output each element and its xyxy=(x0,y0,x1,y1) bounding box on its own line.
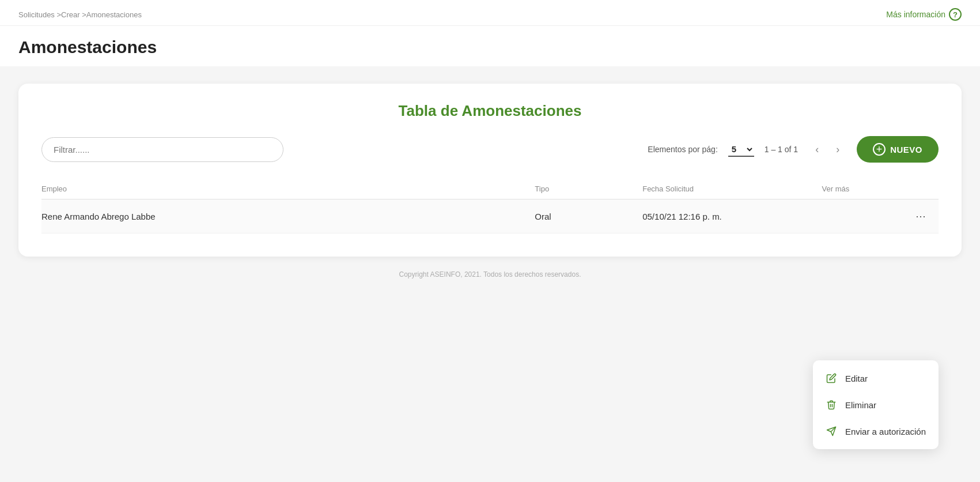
toolbar: Elementos por pág: 5 10 20 50 1 – 1 of 1… xyxy=(41,136,939,163)
col-header-tipo: Tipo xyxy=(535,179,642,199)
prev-page-button[interactable]: ‹ xyxy=(808,141,826,158)
help-icon: ? xyxy=(949,8,962,21)
page-title-area: Amonestaciones xyxy=(0,26,980,66)
col-header-vermore: Ver más xyxy=(822,179,939,199)
card: Tabla de Amonestaciones Elementos por pá… xyxy=(18,84,962,257)
context-menu-edit-label: Editar xyxy=(845,374,868,383)
elementos-label: Elementos por pág: xyxy=(648,145,717,154)
mas-info-label: Más información xyxy=(886,10,945,19)
delete-icon xyxy=(826,399,837,411)
filter-input-wrapper xyxy=(41,137,283,162)
footer-text: Copyright ASEINFO, 2021. Todos los derec… xyxy=(399,270,581,278)
data-table: Empleo Tipo Fecha Solicitud Ver más Rene… xyxy=(41,179,939,234)
nuevo-button[interactable]: + NUEVO xyxy=(857,136,939,163)
cell-vermore: ⋯ xyxy=(822,199,939,234)
table-row: Rene Armando Abrego Labbe Oral 05/10/21 … xyxy=(41,199,939,234)
send-icon xyxy=(826,425,837,437)
pagination-controls: ‹ › xyxy=(808,141,846,158)
col-header-empleo: Empleo xyxy=(41,179,535,199)
per-page-select[interactable]: 5 10 20 50 xyxy=(728,142,754,157)
top-bar: Solicitudes >Crear >Amonestaciones Más i… xyxy=(0,0,980,26)
cell-fecha: 05/10/21 12:16 p. m. xyxy=(642,199,822,234)
page-wrapper: Solicitudes >Crear >Amonestaciones Más i… xyxy=(0,0,980,482)
plus-circle-icon: + xyxy=(873,143,886,156)
filter-input[interactable] xyxy=(41,137,283,162)
table-header-row: Empleo Tipo Fecha Solicitud Ver más xyxy=(41,179,939,199)
ver-mas-button[interactable]: ⋯ xyxy=(911,209,932,224)
breadcrumb: Solicitudes >Crear >Amonestaciones xyxy=(18,10,142,19)
page-title: Amonestaciones xyxy=(18,37,962,57)
cell-tipo: Oral xyxy=(535,199,642,234)
context-menu-edit[interactable]: Editar xyxy=(813,365,939,391)
pagination-info: 1 – 1 of 1 xyxy=(765,145,798,154)
nuevo-label: NUEVO xyxy=(890,145,922,155)
context-menu-delete-label: Eliminar xyxy=(845,400,876,410)
cell-empleo: Rene Armando Abrego Labbe xyxy=(41,199,535,234)
card-title: Tabla de Amonestaciones xyxy=(41,102,939,120)
next-page-button[interactable]: › xyxy=(829,141,846,158)
context-menu-send[interactable]: Enviar a autorización xyxy=(813,418,939,445)
edit-icon xyxy=(826,372,837,384)
footer: Copyright ASEINFO, 2021. Todos los derec… xyxy=(18,257,962,285)
table-body: Rene Armando Abrego Labbe Oral 05/10/21 … xyxy=(41,199,939,234)
mas-info-link[interactable]: Más información ? xyxy=(886,8,962,21)
context-menu-delete[interactable]: Eliminar xyxy=(813,391,939,418)
toolbar-right: Elementos por pág: 5 10 20 50 1 – 1 of 1… xyxy=(648,136,939,163)
context-menu-send-label: Enviar a autorización xyxy=(845,427,926,436)
table-head: Empleo Tipo Fecha Solicitud Ver más xyxy=(41,179,939,199)
context-menu: Editar Eliminar xyxy=(813,360,939,449)
main-content: Tabla de Amonestaciones Elementos por pá… xyxy=(0,66,980,303)
col-header-fecha: Fecha Solicitud xyxy=(642,179,822,199)
